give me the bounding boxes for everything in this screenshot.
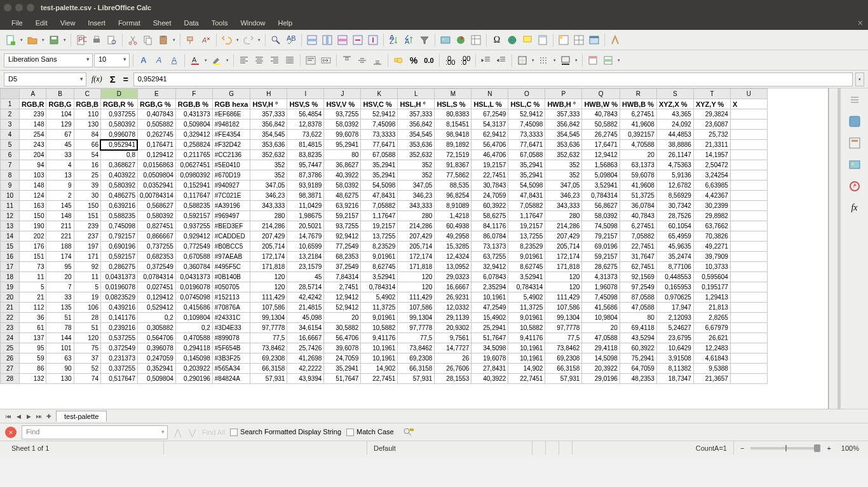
grid-cell[interactable]: 26,7606 bbox=[435, 364, 471, 374]
grid-cell[interactable]: 80,8383 bbox=[435, 109, 471, 120]
grid-cell[interactable]: 0,0431373 bbox=[100, 272, 137, 282]
grid-cell[interactable]: 132 bbox=[20, 374, 46, 384]
window-close-icon[interactable] bbox=[4, 4, 11, 11]
grid-cell[interactable]: 0,0745098 bbox=[175, 292, 212, 303]
column-header[interactable]: S bbox=[656, 89, 693, 99]
grid-cell[interactable]: 8,62745 bbox=[361, 262, 398, 272]
grid-cell[interactable]: 174 bbox=[46, 252, 74, 262]
grid-cell[interactable]: HSL,C % bbox=[508, 99, 545, 109]
grid-cell[interactable]: 0,0627451 bbox=[175, 160, 212, 170]
menu-file[interactable]: File bbox=[5, 18, 29, 28]
column-header[interactable]: C bbox=[74, 89, 100, 99]
grid-cell[interactable]: 214,286 bbox=[398, 221, 435, 231]
row-header[interactable]: 27 bbox=[1, 364, 20, 374]
grid-cell[interactable]: 7,05882 bbox=[361, 201, 398, 211]
grid-cell[interactable]: 93,7255 bbox=[324, 109, 361, 120]
zoom-in-icon[interactable]: + bbox=[827, 444, 831, 452]
align-bottom-icon[interactable] bbox=[370, 53, 384, 67]
grid-cell[interactable]: 51,3725 bbox=[620, 191, 656, 201]
grid-cell[interactable]: 0,517647 bbox=[100, 374, 137, 384]
grid-cell[interactable]: 352 bbox=[545, 170, 582, 181]
grid-cell[interactable]: 97,7778 bbox=[250, 323, 287, 333]
grid-cell[interactable]: 56,4706 bbox=[324, 333, 361, 343]
grid-cell[interactable]: 0,564706 bbox=[137, 333, 175, 343]
grid-cell[interactable]: 87,3786 bbox=[287, 170, 324, 181]
column-header[interactable]: R bbox=[620, 89, 656, 99]
grid-cell[interactable]: #FE4354 bbox=[212, 130, 250, 140]
grid-cell[interactable]: 36 bbox=[20, 313, 46, 323]
grid-cell[interactable]: 93,7255 bbox=[324, 221, 361, 231]
grid-cell[interactable]: 69,0196 bbox=[582, 242, 620, 252]
sidebar-styles-icon[interactable] bbox=[846, 134, 864, 152]
grid-cell[interactable]: 0,415686 bbox=[175, 303, 212, 313]
grid-cell[interactable]: 20 bbox=[582, 323, 620, 333]
grid-cell[interactable]: 69,4118 bbox=[620, 323, 656, 333]
grid-cell[interactable]: 356,842 bbox=[250, 120, 287, 130]
grid-cell[interactable]: 0,588235 bbox=[175, 201, 212, 211]
grid-cell[interactable]: 0,0196078 bbox=[175, 282, 212, 292]
grid-cell[interactable]: 5,4902 bbox=[361, 292, 398, 303]
grid-cell[interactable]: HSL,S % bbox=[435, 99, 471, 109]
grid-cell[interactable]: 110 bbox=[74, 109, 100, 120]
grid-cell[interactable]: 22,7451 bbox=[508, 374, 545, 384]
grid-cell[interactable]: 57,931 bbox=[250, 374, 287, 384]
column-header[interactable]: A bbox=[20, 89, 46, 99]
grid-cell[interactable]: 25,2941 bbox=[471, 323, 508, 333]
column-header[interactable]: T bbox=[693, 89, 730, 99]
grid-cell[interactable]: 84 bbox=[74, 130, 100, 140]
column-header[interactable]: J bbox=[324, 89, 361, 99]
grid-cell[interactable]: 10,1961 bbox=[508, 343, 545, 353]
grid-cell[interactable]: 80 bbox=[324, 150, 361, 160]
grid-cell[interactable]: 111,429 bbox=[250, 292, 287, 303]
row-header[interactable]: 19 bbox=[1, 282, 20, 292]
grid-cell[interactable]: 26,1147 bbox=[656, 150, 693, 160]
grid-cell[interactable]: 0,505882 bbox=[137, 120, 175, 130]
grid-cell[interactable]: 0,305882 bbox=[137, 323, 175, 333]
grid-cell[interactable]: 205,714 bbox=[398, 242, 435, 252]
grid-cell[interactable]: 49,2271 bbox=[693, 242, 730, 252]
grid-cell[interactable]: 81,4815 bbox=[287, 140, 324, 150]
row-header[interactable]: 28 bbox=[1, 374, 20, 384]
grid-cell[interactable] bbox=[730, 323, 767, 333]
grid-cell[interactable]: 347,05 bbox=[250, 181, 287, 191]
percent-icon[interactable]: % bbox=[407, 53, 421, 67]
menu-window[interactable]: Window bbox=[234, 18, 271, 28]
grid-cell[interactable]: 0,231373 bbox=[100, 353, 137, 364]
grid-cell[interactable]: #70876A bbox=[212, 303, 250, 313]
grid-cell[interactable]: 3,52941 bbox=[582, 181, 620, 191]
row-header[interactable]: 6 bbox=[1, 150, 20, 160]
grid-cell[interactable]: 40,3922 bbox=[471, 374, 508, 384]
grid-cell[interactable]: 54,3137 bbox=[471, 120, 508, 130]
grid-cell[interactable]: 7 bbox=[46, 282, 74, 292]
grid-cell[interactable]: 357,333 bbox=[545, 109, 582, 120]
grid-cell[interactable]: 10,1961 bbox=[361, 353, 398, 364]
grid-cell[interactable]: 45 bbox=[287, 272, 324, 282]
grid-cell[interactable]: 3,24254 bbox=[693, 170, 730, 181]
grid-cell[interactable]: #940927 bbox=[212, 181, 250, 191]
grid-cell[interactable]: 63,7255 bbox=[471, 252, 508, 262]
grid-cell[interactable]: 13,2184 bbox=[287, 252, 324, 262]
align-middle-icon[interactable] bbox=[355, 53, 369, 67]
grid-cell[interactable]: 0,580392 bbox=[100, 120, 137, 130]
grid-cell[interactable]: 357,333 bbox=[250, 109, 287, 120]
grid-cell[interactable]: 0,784314 bbox=[582, 191, 620, 201]
grid-cell[interactable]: 0,486275 bbox=[100, 191, 137, 201]
grid-cell[interactable]: 356,842 bbox=[398, 120, 435, 130]
row-header[interactable]: 1 bbox=[1, 99, 20, 109]
grid-cell[interactable]: 5,9136 bbox=[656, 170, 693, 181]
grid-cell[interactable] bbox=[730, 191, 767, 201]
increase-indent-icon[interactable] bbox=[479, 53, 493, 67]
grid-cell[interactable]: 95 bbox=[20, 343, 46, 353]
grid-cell[interactable]: 0,0156863 bbox=[137, 160, 175, 170]
grid-cell[interactable]: 144 bbox=[46, 333, 74, 343]
grid-cell[interactable]: 7,45098 bbox=[508, 120, 545, 130]
border-style-icon[interactable] bbox=[537, 53, 551, 67]
grid-cell[interactable]: 0,470588 bbox=[175, 333, 212, 343]
grid-cell[interactable]: 101 bbox=[46, 343, 74, 353]
grid-cell[interactable]: 41,5686 bbox=[582, 303, 620, 313]
grid-cell[interactable]: 38,8886 bbox=[656, 140, 693, 150]
grid-cell[interactable]: 207,429 bbox=[398, 231, 435, 242]
grid-cell[interactable]: 0,294118 bbox=[175, 343, 212, 353]
grid-cell[interactable] bbox=[730, 231, 767, 242]
grid-cell[interactable]: 21,813 bbox=[693, 303, 730, 313]
